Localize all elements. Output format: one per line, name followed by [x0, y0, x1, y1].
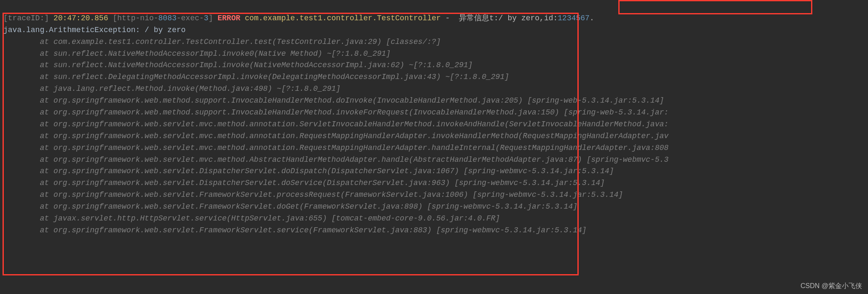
- stack-frame: at javax.servlet.http.HttpServlet.servic…: [3, 213, 865, 225]
- stack-frame: at org.springframework.web.servlet.mvc.m…: [3, 131, 865, 142]
- stack-frame: at sun.reflect.DelegatingMethodAccessorI…: [3, 71, 865, 83]
- port-number: 8083: [158, 14, 176, 22]
- stack-frame: at sun.reflect.NativeMethodAccessorImpl.…: [3, 60, 865, 71]
- error-message-suffix: .: [590, 14, 594, 22]
- log-header-line: [traceID:] 20:47:20.856 [http-nio-8083-e…: [3, 1, 865, 24]
- stack-frame: at org.springframework.web.servlet.mvc.m…: [3, 142, 865, 154]
- stack-frame: at org.springframework.web.servlet.Frame…: [3, 189, 865, 201]
- thread-mid: -exec-: [177, 14, 204, 22]
- stack-frame: at org.springframework.web.servlet.Dispa…: [3, 166, 865, 177]
- stack-frame: at org.springframework.web.method.suppor…: [3, 107, 865, 119]
- stack-frame: at java.lang.reflect.Method.invoke(Metho…: [3, 83, 865, 95]
- stack-frame: at org.springframework.web.servlet.mvc.m…: [3, 154, 865, 166]
- stack-trace: at com.example.test1.controller.TestCont…: [3, 36, 865, 237]
- separator-dash: -: [445, 14, 459, 22]
- stack-frame: at org.springframework.web.servlet.Dispa…: [3, 177, 865, 189]
- logger-name: com.example.test1.controller.TestControl…: [240, 14, 445, 22]
- stack-frame: at org.springframework.web.servlet.Frame…: [3, 225, 865, 237]
- watermark: CSDN @紫金小飞侠: [801, 281, 862, 291]
- stack-frame: at com.example.test1.controller.TestCont…: [3, 36, 865, 48]
- exception-line: java.lang.ArithmeticException: / by zero: [3, 24, 865, 36]
- trace-id-label: [traceID:]: [3, 14, 49, 22]
- thread-open: [http-nio-: [113, 14, 158, 22]
- error-message-prefix: 异常信息t:/ by zero,id:: [459, 14, 558, 22]
- stack-frame: at org.springframework.web.servlet.Frame…: [3, 201, 865, 213]
- error-id: 1234567: [558, 14, 590, 22]
- log-level: ERROR: [218, 14, 240, 22]
- thread-close: ]: [208, 14, 218, 22]
- stack-frame: at org.springframework.web.servlet.mvc.m…: [3, 119, 865, 131]
- log-time: 20:47:20.856: [49, 14, 113, 22]
- stack-frame: at org.springframework.web.method.suppor…: [3, 95, 865, 107]
- exec-number: 3: [204, 14, 208, 22]
- stack-frame: at sun.reflect.NativeMethodAccessorImpl.…: [3, 48, 865, 60]
